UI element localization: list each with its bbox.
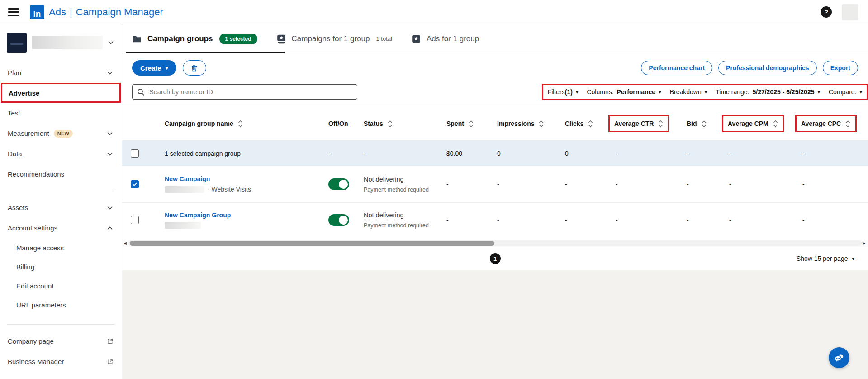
- account-name-redacted: [32, 36, 103, 49]
- sidebar-item-billing[interactable]: Billing: [0, 257, 122, 276]
- sort-icon[interactable]: [658, 120, 664, 127]
- sidebar-item-plan[interactable]: Plan: [0, 62, 122, 83]
- toolbar: Create ▾ Performance chart Professional …: [122, 53, 868, 81]
- sort-icon[interactable]: [773, 120, 778, 127]
- linkedin-logo: in: [30, 5, 44, 19]
- sidebar-divider: [7, 324, 114, 325]
- chevron-down-icon: [106, 130, 114, 137]
- chat-support-button[interactable]: [829, 347, 849, 368]
- hamburger-menu-icon[interactable]: [8, 8, 19, 16]
- breakdown-dropdown[interactable]: Breakdown ▾: [670, 88, 707, 96]
- sort-icon[interactable]: [237, 120, 243, 127]
- compare-dropdown[interactable]: Compare: ▾: [829, 88, 862, 96]
- table-header-row: Campaign group name Off/On Status Spent …: [122, 105, 868, 140]
- sort-icon[interactable]: [588, 120, 593, 127]
- tab-campaign-groups[interactable]: Campaign groups 1 selected: [132, 24, 257, 53]
- column-header-avg-cpm-annotated[interactable]: Average CPM: [722, 115, 784, 132]
- column-header-avg-ctr-annotated[interactable]: Average CTR: [608, 115, 669, 132]
- column-header-bid[interactable]: Bid: [687, 120, 707, 127]
- selected-count-badge: 1 selected: [219, 34, 257, 44]
- sidebar-nav: Plan Advertise Test Measurement NEW Data…: [0, 59, 122, 372]
- status-detail: Payment method required: [364, 222, 443, 229]
- sidebar-item-company-page[interactable]: Company page: [0, 331, 122, 351]
- tab-campaigns[interactable]: Campaigns for 1 group 1 total: [276, 24, 392, 53]
- help-icon[interactable]: ?: [821, 6, 832, 18]
- app-title-product: Campaign Manager: [76, 6, 163, 18]
- pagination-row: 1 Show 15 per page ▾: [122, 247, 868, 270]
- profile-avatar[interactable]: [842, 4, 858, 20]
- top-header: in Ads | Campaign Manager ?: [0, 0, 868, 24]
- external-link-icon: [107, 338, 114, 345]
- sort-icon[interactable]: [468, 120, 474, 127]
- sidebar-item-edit-account[interactable]: Edit account: [0, 276, 122, 295]
- sidebar-item-recommendations[interactable]: Recommendations: [0, 164, 122, 184]
- professional-demographics-button[interactable]: Professional demographics: [718, 61, 817, 75]
- column-header-clicks[interactable]: Clicks: [565, 120, 593, 127]
- column-header-impressions[interactable]: Impressions: [497, 120, 544, 127]
- chevron-down-icon: [106, 150, 114, 158]
- campaign-toggle-on[interactable]: [328, 214, 349, 226]
- status-text[interactable]: Not delivering: [364, 211, 404, 220]
- columns-dropdown[interactable]: Columns: Performance ▾: [587, 88, 661, 96]
- create-button[interactable]: Create ▾: [132, 60, 176, 76]
- sidebar-item-account-settings[interactable]: Account settings: [0, 218, 122, 238]
- sort-icon[interactable]: [538, 120, 544, 127]
- campaign-id-redacted: [165, 186, 204, 193]
- row-checkbox[interactable]: [131, 216, 139, 224]
- status-text[interactable]: Not delivering: [364, 176, 404, 184]
- search-filter-row: Filters(1) ▾ Columns: Performance ▾ Brea…: [122, 81, 868, 105]
- tab-total-count: 1 total: [376, 35, 392, 42]
- chevron-down-icon: [106, 204, 114, 211]
- account-selector[interactable]: [0, 30, 122, 59]
- sort-icon[interactable]: [387, 120, 393, 127]
- export-button[interactable]: Export: [823, 61, 858, 75]
- scrollbar-thumb[interactable]: [130, 241, 494, 246]
- time-range-dropdown[interactable]: Time range: 5/27/2025 - 6/25/2025 ▾: [716, 88, 820, 96]
- summary-row: 1 selected campaign group - - $0.00 0 0 …: [122, 140, 868, 166]
- filters-dropdown[interactable]: Filters(1) ▾: [548, 88, 579, 96]
- caret-down-icon: ▾: [852, 256, 854, 261]
- column-header-status[interactable]: Status: [364, 120, 393, 127]
- select-all-checkbox[interactable]: [131, 149, 139, 158]
- sidebar-item-assets[interactable]: Assets: [0, 197, 122, 218]
- tab-bar: Campaign groups 1 selected Campaigns for…: [122, 24, 868, 53]
- main-content: Campaign groups 1 selected Campaigns for…: [122, 24, 868, 379]
- campaign-toggle-on[interactable]: [328, 178, 349, 190]
- sidebar-item-measurement[interactable]: Measurement NEW: [0, 123, 122, 144]
- tab-label: Campaigns for 1 group: [292, 34, 370, 43]
- search-input[interactable]: [148, 88, 352, 96]
- sort-icon[interactable]: [845, 120, 851, 127]
- row-checkbox-checked[interactable]: [131, 180, 139, 188]
- caret-down-icon: ▾: [576, 90, 579, 95]
- horizontal-scrollbar[interactable]: ◄ ►: [122, 240, 868, 247]
- sidebar-item-manage-access[interactable]: Manage access: [0, 238, 122, 257]
- page-size-dropdown[interactable]: Show 15 per page ▾: [797, 255, 854, 262]
- summary-name: 1 selected campaign group: [163, 140, 327, 166]
- sidebar-item-advertise[interactable]: Advertise: [1, 83, 121, 103]
- campaign-group-link[interactable]: New Campaign Group: [165, 211, 231, 219]
- campaign-group-link[interactable]: New Campaign: [165, 175, 210, 182]
- sidebar-item-url-parameters[interactable]: URL parameters: [0, 295, 122, 314]
- check-icon: [132, 182, 138, 187]
- sidebar-item-data[interactable]: Data: [0, 144, 122, 164]
- campaign-groups-table: Campaign group name Off/On Status Spent …: [122, 105, 868, 238]
- performance-chart-button[interactable]: Performance chart: [641, 61, 712, 75]
- sort-icon[interactable]: [701, 120, 707, 127]
- sidebar-item-test[interactable]: Test: [0, 103, 122, 123]
- sidebar-item-business-manager[interactable]: Business Manager: [0, 351, 122, 372]
- page-1-button[interactable]: 1: [490, 253, 501, 264]
- page-background: [122, 270, 868, 379]
- column-header-spent[interactable]: Spent: [446, 120, 474, 127]
- campaign-id-redacted: [165, 222, 201, 229]
- scroll-right-icon[interactable]: ►: [861, 240, 867, 247]
- search-box[interactable]: [132, 84, 357, 100]
- delete-button[interactable]: [183, 60, 206, 76]
- app-title-divider: |: [70, 6, 72, 18]
- scroll-left-icon[interactable]: ◄: [122, 240, 128, 247]
- tab-ads[interactable]: Ads for 1 group: [411, 24, 479, 53]
- tab-label: Ads for 1 group: [427, 34, 479, 43]
- column-header-avg-cpc-annotated[interactable]: Average CPC: [795, 115, 857, 132]
- column-header-name[interactable]: Campaign group name: [165, 120, 243, 127]
- column-header-offon: Off/On: [328, 120, 348, 127]
- chevron-down-icon: [107, 39, 114, 46]
